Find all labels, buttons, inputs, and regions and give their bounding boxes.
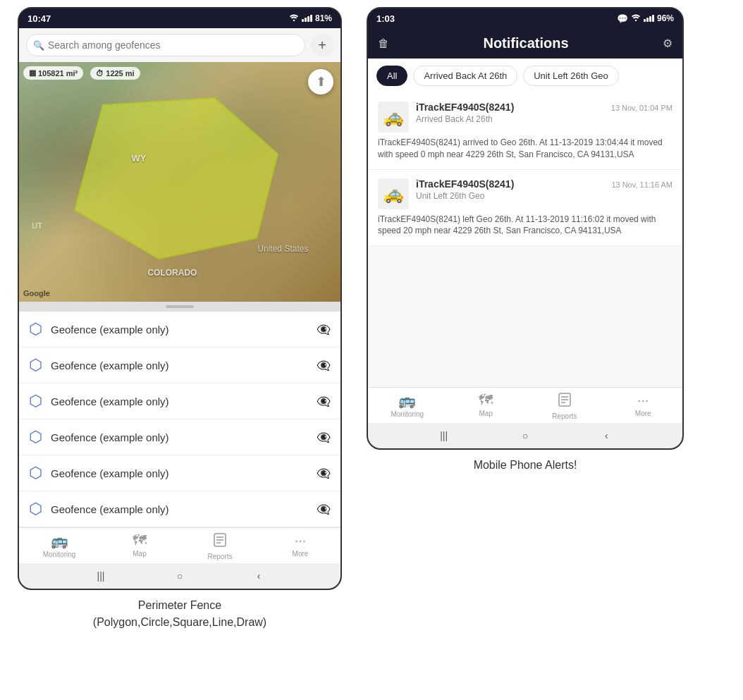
notif-desc-0: iTrackEF4940S(8241) arrived to Geo 26th.… (378, 137, 673, 161)
right-nav-reports[interactable]: Reports (525, 392, 604, 420)
home-button[interactable]: ○ (173, 569, 187, 583)
ut-label: UT (32, 221, 42, 230)
notif-header-0: 🚕 iTrackEF4940S(8241) 13 Nov, 01:04 PM A… (378, 102, 673, 133)
nav-monitoring[interactable]: 🚌 Monitoring (19, 532, 99, 560)
visibility-icon-0[interactable]: 👁‍🗨 (317, 323, 331, 336)
geofence-icon-3: ⬡ (29, 428, 42, 446)
signal-icon (302, 13, 312, 24)
geo-name-5: Geofence (example only) (51, 503, 308, 515)
distance-value: 1225 mi (106, 69, 134, 78)
geo-name-0: Geofence (example only) (51, 324, 308, 336)
map-info-bar: ▦ 105821 mi² ⏱ 1225 mi (23, 66, 140, 80)
geofence-overlay (19, 62, 340, 302)
map-label: Map (133, 550, 146, 558)
geofence-icon-2: ⬡ (29, 392, 42, 410)
visibility-icon-2[interactable]: 👁‍🗨 (317, 395, 331, 408)
geofence-icon-0: ⬡ (29, 320, 42, 338)
right-phone: 1:03 💬 (360, 7, 691, 700)
co-label: COLORADO (147, 268, 197, 278)
nav-reports[interactable]: Reports (180, 532, 260, 560)
search-input[interactable] (26, 34, 305, 56)
google-watermark: Google (23, 289, 50, 297)
monitoring-label: Monitoring (43, 551, 76, 558)
right-monitoring-label: Monitoring (391, 410, 424, 418)
list-item[interactable]: ⬡ Geofence (example only) 👁‍🗨 (19, 348, 340, 383)
svg-point-6 (635, 20, 637, 21)
notif-event-0: Arrived Back At 26th (416, 114, 673, 124)
trash-icon[interactable]: 🗑 (378, 37, 389, 50)
right-status-bar: 1:03 💬 (368, 8, 682, 28)
filter-tabs: All Arrived Back At 26th Unit Left 26th … (368, 59, 682, 93)
list-item[interactable]: ⬡ Geofence (example only) 👁‍🗨 (19, 312, 340, 348)
chat-icon: 💬 (617, 13, 628, 24)
settings-icon[interactable]: ⚙ (663, 37, 673, 50)
notif-content-0: iTrackEF4940S(8241) 13 Nov, 01:04 PM Arr… (416, 102, 673, 127)
geo-name-2: Geofence (example only) (51, 395, 308, 407)
right-map-label: Map (479, 410, 493, 417)
right-signal-icon (644, 13, 654, 24)
geo-name-1: Geofence (example only) (51, 360, 308, 372)
right-recent-apps-button[interactable]: ||| (437, 429, 451, 443)
notif-time-1: 13 Nov, 11:16 AM (611, 180, 673, 189)
list-item[interactable]: ⬡ Geofence (example only) 👁‍🗨 (19, 491, 340, 527)
right-more-label: More (635, 410, 651, 417)
reports-icon (212, 532, 228, 551)
compass-button[interactable]: ⬆ (308, 69, 333, 94)
notification-item-1[interactable]: 🚕 iTrackEF4940S(8241) 13 Nov, 11:16 AM U… (368, 170, 682, 247)
right-reports-label: Reports (552, 412, 577, 420)
filter-tab-all[interactable]: All (376, 66, 407, 86)
map-icon: 🗺 (133, 532, 147, 548)
right-home-button[interactable]: ○ (518, 429, 532, 443)
visibility-icon-1[interactable]: 👁‍🗨 (317, 359, 331, 372)
scroll-pill (166, 305, 194, 308)
filter-tab-left[interactable]: Unit Left 26th Geo (523, 66, 619, 86)
notification-list: 🚕 iTrackEF4940S(8241) 13 Nov, 01:04 PM A… (368, 93, 682, 246)
vehicle-name-0: iTrackEF4940S(8241) (416, 102, 514, 113)
visibility-icon-3[interactable]: 👁‍🗨 (317, 431, 331, 444)
compass-icon: ⬆ (316, 74, 326, 90)
notif-event-1: Unit Left 26th Geo (416, 191, 673, 201)
geo-name-4: Geofence (example only) (51, 467, 308, 479)
empty-area (368, 246, 682, 387)
right-status-icons: 💬 (617, 13, 674, 24)
nav-map[interactable]: 🗺 Map (99, 532, 180, 560)
right-nav-more[interactable]: ··· More (604, 392, 683, 420)
search-icon: 🔍 (33, 40, 44, 51)
notification-item-0[interactable]: 🚕 iTrackEF4940S(8241) 13 Nov, 01:04 PM A… (368, 93, 682, 170)
clock-icon: ⏱ (96, 69, 104, 78)
right-phone-frame: 1:03 💬 (367, 7, 684, 450)
vehicle-name-1: iTrackEF4940S(8241) (416, 178, 514, 190)
list-item[interactable]: ⬡ Geofence (example only) 👁‍🗨 (19, 419, 340, 455)
filter-tab-arrived[interactable]: Arrived Back At 26th (413, 66, 517, 86)
geofence-icon-5: ⬡ (29, 500, 42, 518)
right-reports-icon (557, 392, 572, 411)
back-button[interactable]: ‹ (252, 569, 266, 583)
right-home-indicator: ||| ○ ‹ (368, 423, 682, 448)
left-status-icons: 81% (289, 13, 332, 24)
nav-more[interactable]: ··· More (260, 532, 340, 560)
right-caption-text: Mobile Phone Alerts! (474, 459, 577, 471)
list-item[interactable]: ⬡ Geofence (example only) 👁‍🗨 (19, 455, 340, 491)
recent-apps-button[interactable]: ||| (94, 569, 108, 583)
geofence-icon-1: ⬡ (29, 356, 42, 374)
notif-content-1: iTrackEF4940S(8241) 13 Nov, 11:16 AM Uni… (416, 178, 673, 204)
left-status-bar: 10:47 (19, 8, 340, 28)
area-value: 105821 mi² (38, 69, 78, 78)
notification-header: 🗑 Notifications ⚙ (368, 28, 682, 59)
right-nav-map[interactable]: 🗺 Map (447, 392, 526, 420)
map-area: ▦ 105821 mi² ⏱ 1225 mi ⬆ WY United State… (19, 62, 340, 302)
monitoring-icon: 🚌 (51, 532, 68, 549)
left-bottom-nav: 🚌 Monitoring 🗺 Map (19, 527, 340, 563)
right-monitoring-icon: 🚌 (398, 392, 416, 409)
visibility-icon-4[interactable]: 👁‍🗨 (317, 467, 331, 480)
area-badge: ▦ 105821 mi² (23, 66, 83, 80)
list-item[interactable]: ⬡ Geofence (example only) 👁‍🗨 (19, 383, 340, 419)
area-hatch-icon: ▦ (29, 68, 36, 78)
add-geofence-button[interactable]: + (311, 34, 333, 56)
geofence-icon-4: ⬡ (29, 464, 42, 482)
visibility-icon-5[interactable]: 👁‍🗨 (317, 503, 331, 516)
right-more-icon: ··· (637, 392, 649, 408)
right-back-button[interactable]: ‹ (599, 429, 613, 443)
right-nav-monitoring[interactable]: 🚌 Monitoring (368, 392, 447, 420)
search-wrapper: 🔍 (26, 34, 305, 56)
